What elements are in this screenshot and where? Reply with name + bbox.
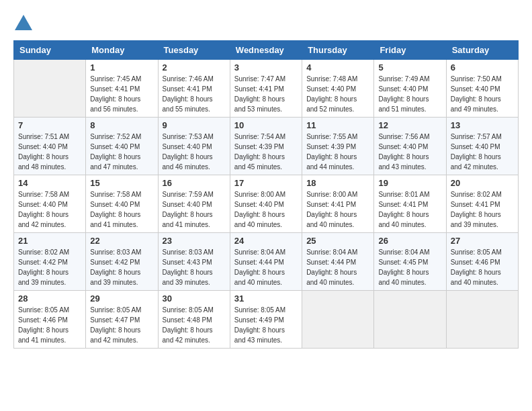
- day-info: Sunrise: 8:03 AM Sunset: 4:42 PM Dayligh…: [90, 247, 153, 287]
- calendar-cell: 5Sunrise: 7:49 AM Sunset: 4:40 PM Daylig…: [374, 60, 446, 118]
- calendar-cell: 3Sunrise: 7:47 AM Sunset: 4:41 PM Daylig…: [230, 60, 302, 118]
- day-number: 6: [451, 62, 514, 73]
- day-info: Sunrise: 7:48 AM Sunset: 4:40 PM Dayligh…: [306, 74, 369, 114]
- day-info: Sunrise: 8:00 AM Sunset: 4:40 PM Dayligh…: [234, 189, 298, 230]
- day-number: 30: [163, 293, 226, 304]
- calendar-cell: 26Sunrise: 8:04 AM Sunset: 4:45 PM Dayli…: [374, 233, 446, 291]
- day-info: Sunrise: 8:02 AM Sunset: 4:42 PM Dayligh…: [18, 247, 81, 287]
- day-number: 11: [306, 120, 369, 130]
- day-info: Sunrise: 7:51 AM Sunset: 4:40 PM Dayligh…: [18, 132, 81, 172]
- calendar-cell: 9Sunrise: 7:53 AM Sunset: 4:40 PM Daylig…: [158, 118, 230, 175]
- calendar-cell: 10Sunrise: 7:54 AM Sunset: 4:39 PM Dayli…: [230, 118, 302, 175]
- day-info: Sunrise: 8:01 AM Sunset: 4:41 PM Dayligh…: [378, 189, 441, 230]
- svg-marker-0: [15, 15, 32, 30]
- calendar-cell: 1Sunrise: 7:45 AM Sunset: 4:41 PM Daylig…: [86, 60, 158, 118]
- day-number: 28: [18, 293, 81, 304]
- calendar-cell: 30Sunrise: 8:05 AM Sunset: 4:48 PM Dayli…: [158, 291, 230, 349]
- calendar-cell: 23Sunrise: 8:03 AM Sunset: 4:43 PM Dayli…: [158, 233, 230, 291]
- day-number: 31: [234, 293, 298, 304]
- day-info: Sunrise: 7:50 AM Sunset: 4:40 PM Dayligh…: [451, 74, 514, 114]
- day-number: 24: [234, 236, 298, 246]
- day-info: Sunrise: 8:05 AM Sunset: 4:49 PM Dayligh…: [234, 305, 298, 345]
- header-tuesday: Tuesday: [158, 41, 230, 60]
- calendar-cell: 11Sunrise: 7:55 AM Sunset: 4:39 PM Dayli…: [302, 118, 374, 175]
- calendar-cell: 8Sunrise: 7:52 AM Sunset: 4:40 PM Daylig…: [86, 118, 158, 175]
- calendar-cell: 2Sunrise: 7:46 AM Sunset: 4:41 PM Daylig…: [158, 60, 230, 118]
- calendar-cell: 12Sunrise: 7:56 AM Sunset: 4:40 PM Dayli…: [374, 118, 446, 175]
- day-info: Sunrise: 7:52 AM Sunset: 4:40 PM Dayligh…: [90, 132, 153, 172]
- day-info: Sunrise: 7:58 AM Sunset: 4:40 PM Dayligh…: [90, 189, 153, 230]
- day-number: 21: [18, 236, 81, 246]
- calendar-week-row: 7Sunrise: 7:51 AM Sunset: 4:40 PM Daylig…: [14, 118, 519, 175]
- calendar-cell: 13Sunrise: 7:57 AM Sunset: 4:40 PM Dayli…: [446, 118, 518, 175]
- calendar-cell: 20Sunrise: 8:02 AM Sunset: 4:41 PM Dayli…: [446, 175, 518, 233]
- day-number: 27: [451, 236, 514, 246]
- day-number: 19: [378, 178, 441, 188]
- day-info: Sunrise: 7:45 AM Sunset: 4:41 PM Dayligh…: [90, 74, 153, 114]
- calendar-cell: 24Sunrise: 8:04 AM Sunset: 4:44 PM Dayli…: [230, 233, 302, 291]
- header-saturday: Saturday: [446, 41, 518, 60]
- day-info: Sunrise: 8:04 AM Sunset: 4:44 PM Dayligh…: [234, 247, 298, 287]
- day-number: 13: [451, 120, 514, 130]
- calendar-cell: 27Sunrise: 8:05 AM Sunset: 4:46 PM Dayli…: [446, 233, 518, 291]
- day-info: Sunrise: 7:56 AM Sunset: 4:40 PM Dayligh…: [378, 132, 441, 172]
- day-info: Sunrise: 7:54 AM Sunset: 4:39 PM Dayligh…: [234, 132, 298, 172]
- calendar-cell: 19Sunrise: 8:01 AM Sunset: 4:41 PM Dayli…: [374, 175, 446, 233]
- logo-icon: [13, 13, 34, 34]
- page-header: [13, 13, 519, 34]
- day-number: 17: [234, 178, 298, 188]
- day-number: 23: [163, 236, 226, 246]
- day-number: 7: [18, 120, 81, 130]
- day-number: 9: [163, 120, 226, 130]
- calendar-cell: [446, 291, 518, 349]
- day-info: Sunrise: 8:05 AM Sunset: 4:48 PM Dayligh…: [163, 305, 226, 345]
- day-info: Sunrise: 7:49 AM Sunset: 4:40 PM Dayligh…: [378, 74, 441, 114]
- day-number: 3: [234, 62, 298, 73]
- day-info: Sunrise: 7:57 AM Sunset: 4:40 PM Dayligh…: [451, 132, 514, 172]
- day-number: 22: [90, 236, 153, 246]
- calendar-cell: 6Sunrise: 7:50 AM Sunset: 4:40 PM Daylig…: [446, 60, 518, 118]
- calendar-cell: 22Sunrise: 8:03 AM Sunset: 4:42 PM Dayli…: [86, 233, 158, 291]
- day-info: Sunrise: 8:05 AM Sunset: 4:46 PM Dayligh…: [451, 247, 514, 287]
- day-info: Sunrise: 7:46 AM Sunset: 4:41 PM Dayligh…: [163, 74, 226, 114]
- day-number: 25: [306, 236, 369, 246]
- day-number: 8: [90, 120, 153, 130]
- day-number: 1: [90, 62, 153, 73]
- day-info: Sunrise: 7:59 AM Sunset: 4:40 PM Dayligh…: [163, 189, 226, 230]
- calendar-week-row: 28Sunrise: 8:05 AM Sunset: 4:46 PM Dayli…: [14, 291, 519, 349]
- calendar-cell: [14, 60, 86, 118]
- day-info: Sunrise: 7:58 AM Sunset: 4:40 PM Dayligh…: [18, 189, 81, 230]
- header-thursday: Thursday: [302, 41, 374, 60]
- header-wednesday: Wednesday: [230, 41, 302, 60]
- day-number: 4: [306, 62, 369, 73]
- calendar-cell: 16Sunrise: 7:59 AM Sunset: 4:40 PM Dayli…: [158, 175, 230, 233]
- day-number: 20: [451, 178, 514, 188]
- day-number: 18: [306, 178, 369, 188]
- calendar-cell: 18Sunrise: 8:00 AM Sunset: 4:41 PM Dayli…: [302, 175, 374, 233]
- calendar-cell: 29Sunrise: 8:05 AM Sunset: 4:47 PM Dayli…: [86, 291, 158, 349]
- calendar-cell: 28Sunrise: 8:05 AM Sunset: 4:46 PM Dayli…: [14, 291, 86, 349]
- day-info: Sunrise: 8:05 AM Sunset: 4:47 PM Dayligh…: [90, 305, 153, 345]
- calendar-cell: 31Sunrise: 8:05 AM Sunset: 4:49 PM Dayli…: [230, 291, 302, 349]
- calendar-cell: 14Sunrise: 7:58 AM Sunset: 4:40 PM Dayli…: [14, 175, 86, 233]
- calendar-week-row: 14Sunrise: 7:58 AM Sunset: 4:40 PM Dayli…: [14, 175, 519, 233]
- day-info: Sunrise: 7:53 AM Sunset: 4:40 PM Dayligh…: [163, 132, 226, 172]
- calendar-cell: 25Sunrise: 8:04 AM Sunset: 4:44 PM Dayli…: [302, 233, 374, 291]
- calendar-cell: 4Sunrise: 7:48 AM Sunset: 4:40 PM Daylig…: [302, 60, 374, 118]
- calendar-cell: 21Sunrise: 8:02 AM Sunset: 4:42 PM Dayli…: [14, 233, 86, 291]
- day-info: Sunrise: 7:55 AM Sunset: 4:39 PM Dayligh…: [306, 132, 369, 172]
- calendar-header-row: SundayMondayTuesdayWednesdayThursdayFrid…: [14, 41, 519, 60]
- day-number: 12: [378, 120, 441, 130]
- header-monday: Monday: [86, 41, 158, 60]
- day-number: 5: [378, 62, 441, 73]
- header-friday: Friday: [374, 41, 446, 60]
- day-number: 2: [163, 62, 226, 73]
- calendar-cell: [374, 291, 446, 349]
- day-info: Sunrise: 8:02 AM Sunset: 4:41 PM Dayligh…: [451, 189, 514, 230]
- calendar-week-row: 1Sunrise: 7:45 AM Sunset: 4:41 PM Daylig…: [14, 60, 519, 118]
- calendar-cell: 15Sunrise: 7:58 AM Sunset: 4:40 PM Dayli…: [86, 175, 158, 233]
- day-number: 10: [234, 120, 298, 130]
- calendar-cell: 17Sunrise: 8:00 AM Sunset: 4:40 PM Dayli…: [230, 175, 302, 233]
- day-number: 15: [90, 178, 153, 188]
- day-number: 29: [90, 293, 153, 304]
